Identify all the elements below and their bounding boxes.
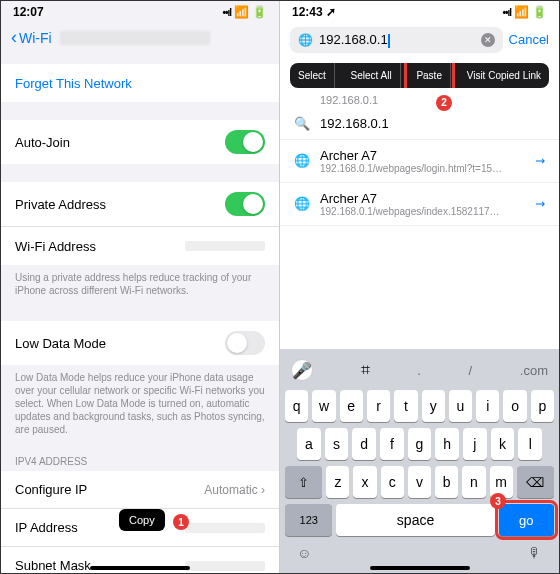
key-g[interactable]: g xyxy=(408,428,432,460)
key-d[interactable]: d xyxy=(352,428,376,460)
key-l[interactable]: l xyxy=(518,428,542,460)
network-name-blurred xyxy=(60,31,210,45)
menu-select[interactable]: Select xyxy=(290,63,335,88)
key-j[interactable]: j xyxy=(463,428,487,460)
voice-input-icon[interactable]: 🎤 xyxy=(291,359,313,381)
key-k[interactable]: k xyxy=(491,428,515,460)
private-address-toggle[interactable] xyxy=(225,192,265,216)
configure-ip-row[interactable]: Configure IP Automatic › xyxy=(1,471,279,509)
annotation-badge-1: 1 xyxy=(173,514,189,530)
key-s[interactable]: s xyxy=(325,428,349,460)
nav-bar: ‹ Wi-Fi xyxy=(1,21,279,54)
scan-icon[interactable]: ⌗ xyxy=(361,361,370,379)
annotation-badge-2: 2 xyxy=(436,95,452,111)
key-c[interactable]: c xyxy=(381,466,404,498)
status-bar: 12:07 ••ıl 📶 🔋 xyxy=(1,1,279,21)
key-t[interactable]: t xyxy=(394,390,417,422)
suggestion-archer-1[interactable]: 🌐 Archer A7 192.168.0.1/webpages/login.h… xyxy=(280,140,559,183)
search-icon: 🔍 xyxy=(294,116,310,131)
menu-paste[interactable]: Paste xyxy=(408,63,451,88)
open-arrow-icon: ↗ xyxy=(532,195,549,212)
ipv4-header: IPV4 ADDRESS xyxy=(1,442,279,471)
url-input[interactable]: 🌐 192.168.0.1 ✕ xyxy=(290,27,503,53)
key-v[interactable]: v xyxy=(408,466,431,498)
status-bar: 12:43 ➚ ••ıl 📶 🔋 xyxy=(280,1,559,21)
key-w[interactable]: w xyxy=(312,390,335,422)
safari-search-screen: 12:43 ➚ ••ıl 📶 🔋 🌐 192.168.0.1 ✕ Cancel … xyxy=(280,1,559,573)
status-icons: ••ıl 📶 🔋 xyxy=(502,5,547,19)
wifi-address-value-blurred xyxy=(185,241,265,251)
partial-suggestion: 192.168.0.1 xyxy=(280,92,559,108)
open-arrow-icon: ↗ xyxy=(532,152,549,169)
key-n[interactable]: n xyxy=(462,466,485,498)
status-time: 12:07 xyxy=(13,5,44,19)
key-e[interactable]: e xyxy=(340,390,363,422)
home-indicator[interactable] xyxy=(90,566,190,570)
suggestion-archer-2[interactable]: 🌐 Archer A7 192.168.0.1/webpages/index.1… xyxy=(280,183,559,226)
key-q[interactable]: q xyxy=(285,390,308,422)
key-r[interactable]: r xyxy=(367,390,390,422)
back-label: Wi-Fi xyxy=(19,30,52,46)
backspace-key[interactable]: ⌫ xyxy=(517,466,554,498)
globe-icon: 🌐 xyxy=(294,153,310,168)
menu-select-all[interactable]: Select All xyxy=(343,63,401,88)
numbers-key[interactable]: 123 xyxy=(285,504,332,536)
key-p[interactable]: p xyxy=(531,390,554,422)
key-b[interactable]: b xyxy=(435,466,458,498)
search-bar: 🌐 192.168.0.1 ✕ Cancel xyxy=(280,21,559,59)
globe-icon: 🌐 xyxy=(298,33,313,47)
wifi-details-screen: 12:07 ••ıl 📶 🔋 ‹ Wi-Fi Forget This Netwo… xyxy=(1,1,280,573)
key-o[interactable]: o xyxy=(503,390,526,422)
key-h[interactable]: h xyxy=(435,428,459,460)
low-data-toggle[interactable] xyxy=(225,331,265,355)
key-y[interactable]: y xyxy=(422,390,445,422)
copy-tooltip[interactable]: Copy xyxy=(119,509,165,531)
key-x[interactable]: x xyxy=(353,466,376,498)
ip-value-blurred xyxy=(185,523,265,533)
home-indicator[interactable] xyxy=(370,566,470,570)
suggestion-search[interactable]: 🔍 192.168.0.1 xyxy=(280,108,559,140)
private-address-footer: Using a private address helps reduce tra… xyxy=(1,265,279,303)
status-time: 12:43 ➚ xyxy=(292,5,336,19)
chevron-left-icon: ‹ xyxy=(11,27,17,48)
keyboard-suggestions: 🎤 ⌗ . / .com xyxy=(283,353,556,387)
private-address-row: Private Address xyxy=(1,182,279,227)
go-key[interactable]: go xyxy=(499,504,554,536)
back-button[interactable]: ‹ Wi-Fi xyxy=(11,27,52,48)
wifi-address-row: Wi-Fi Address xyxy=(1,227,279,265)
subnet-value-blurred xyxy=(185,561,265,571)
annotation-badge-3: 3 xyxy=(490,493,506,509)
shift-key[interactable]: ⇧ xyxy=(285,466,322,498)
space-key[interactable]: space xyxy=(336,504,494,536)
forget-network-button[interactable]: Forget This Network xyxy=(1,64,279,102)
key-f[interactable]: f xyxy=(380,428,404,460)
keyboard: 🎤 ⌗ . / .com qwertyuiop asdfghjkl ⇧ zxcv… xyxy=(280,349,559,573)
key-z[interactable]: z xyxy=(326,466,349,498)
key-u[interactable]: u xyxy=(449,390,472,422)
key-a[interactable]: a xyxy=(297,428,321,460)
auto-join-toggle[interactable] xyxy=(225,130,265,154)
emoji-key[interactable]: ☺ xyxy=(297,545,311,561)
cancel-button[interactable]: Cancel xyxy=(509,32,549,47)
low-data-footer: Low Data Mode helps reduce your iPhone d… xyxy=(1,365,279,442)
edit-menu: Select Select All Paste Visit Copied Lin… xyxy=(290,63,549,88)
key-i[interactable]: i xyxy=(476,390,499,422)
menu-visit-link[interactable]: Visit Copied Link xyxy=(459,63,549,88)
clear-icon[interactable]: ✕ xyxy=(481,33,495,47)
globe-icon: 🌐 xyxy=(294,196,310,211)
url-text: 192.168.0.1 xyxy=(319,32,475,48)
dictation-key[interactable]: 🎙 xyxy=(528,545,542,561)
low-data-mode-row: Low Data Mode xyxy=(1,321,279,365)
auto-join-row: Auto-Join xyxy=(1,120,279,164)
status-icons: ••ıl 📶 🔋 xyxy=(222,5,267,19)
